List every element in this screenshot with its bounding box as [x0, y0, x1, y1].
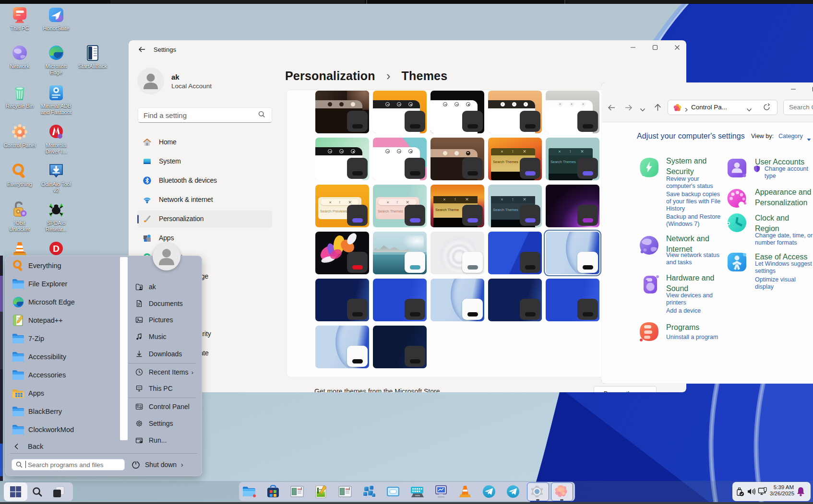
svg-text:D: D — [53, 244, 60, 254]
